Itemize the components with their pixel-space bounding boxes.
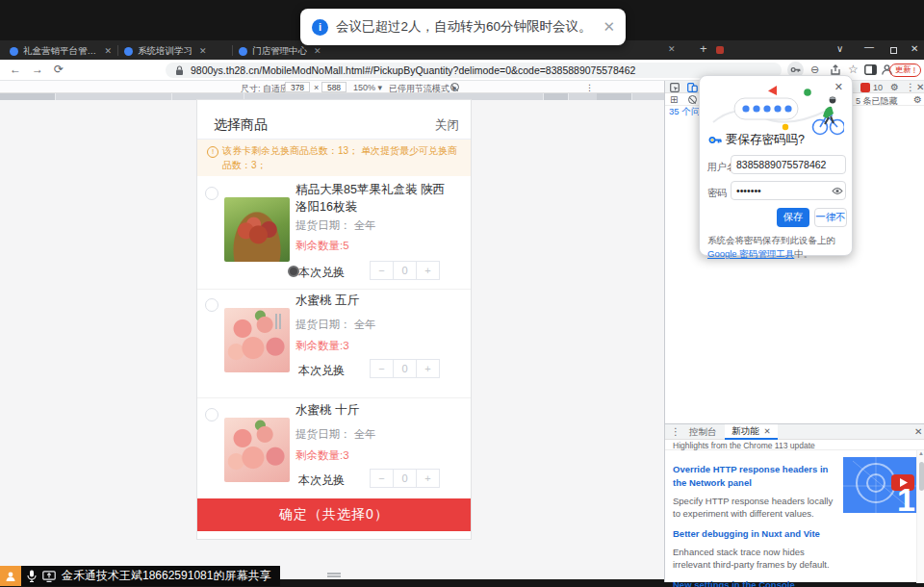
- whats-new-subtitle: Highlights from the Chrome 113 update: [673, 441, 815, 450]
- coupon-notice-text: 该券卡剩余兑换商品总数：13； 单次提货最少可兑换商品数：3；: [222, 144, 463, 172]
- drawer-scrollbar[interactable]: ▲: [916, 450, 924, 583]
- whats-new-item-title[interactable]: New settings in the Console: [673, 578, 838, 587]
- mouse-cursor: [288, 266, 299, 277]
- tab-close-icon[interactable]: ✕: [764, 426, 771, 436]
- drawer-close-icon[interactable]: ✕: [914, 426, 922, 437]
- quantity-value[interactable]: 0: [393, 261, 417, 280]
- window-close-icon[interactable]: ✕: [911, 43, 918, 54]
- ruler-segment: [544, 93, 568, 100]
- devtools-drawer: ⋮ 控制台 新功能 ✕ ✕ Highlights from the Chrome…: [665, 423, 924, 582]
- modal-close-link[interactable]: 关闭: [435, 117, 459, 134]
- devtools-more-icon[interactable]: ⋮: [906, 82, 915, 92]
- devtools-close-icon[interactable]: ✕: [916, 82, 924, 92]
- device-mode-canvas: 选择商品 关闭 ! 该券卡剩余兑换商品总数：13； 单次提货最少可兑换商品数：3…: [0, 100, 664, 579]
- product-radio[interactable]: [205, 187, 218, 200]
- forward-icon[interactable]: →: [32, 63, 43, 76]
- tab-favicon: [124, 47, 133, 56]
- quantity-stepper: − 0 +: [371, 359, 440, 378]
- product-radio[interactable]: [205, 408, 218, 421]
- whats-new-item-body: Enhanced stack trace now hides irrelevan…: [673, 546, 838, 572]
- confirm-button[interactable]: 确定（共选择0）: [197, 498, 471, 531]
- inspect-icon[interactable]: [670, 83, 680, 92]
- dialog-footer: 系统会将密码保存到此设备上的 Google 密码管理工具中。: [707, 234, 846, 261]
- plus-button[interactable]: +: [416, 261, 440, 280]
- reload-icon[interactable]: ⟳: [54, 63, 64, 76]
- viewport-resize-handle-right[interactable]: [275, 314, 281, 329]
- whats-new-item-title[interactable]: Better debugging in Nuxt and Vite: [673, 527, 838, 541]
- device-mode-icon[interactable]: [687, 83, 698, 92]
- window-minimize-icon[interactable]: —: [864, 41, 874, 52]
- save-button[interactable]: 保存: [777, 208, 809, 227]
- browser-tab-1[interactable]: 礼盒营销平台管理中心 ✕: [4, 42, 117, 60]
- warning-icon: !: [207, 146, 218, 158]
- window-maximize-icon[interactable]: [890, 47, 897, 54]
- page-title: 选择商品: [214, 116, 268, 134]
- bookmark-star-icon[interactable]: ☆: [848, 63, 859, 76]
- drawer-more-icon[interactable]: ⋮: [671, 426, 680, 437]
- product-title: 精品大果85苹果礼盒装 陕西洛阳16枚装: [295, 182, 451, 216]
- device-toolbar-more-icon[interactable]: ⋮: [585, 83, 594, 92]
- tab-close-icon[interactable]: ✕: [314, 46, 321, 56]
- minus-button[interactable]: −: [370, 359, 394, 378]
- scrollbar-thumb[interactable]: [919, 462, 924, 491]
- password-field[interactable]: [731, 181, 846, 200]
- plus-button[interactable]: +: [416, 469, 440, 488]
- pinned-tab-favicon[interactable]: [716, 46, 724, 54]
- device-height-input[interactable]: [321, 82, 346, 92]
- plus-button[interactable]: +: [416, 359, 440, 378]
- tab-close-icon[interactable]: ✕: [199, 46, 207, 56]
- scroll-up-icon[interactable]: ▲: [918, 450, 924, 456]
- no-throttle-icon[interactable]: [450, 83, 459, 91]
- device-zoom-select[interactable]: 150% ▾: [353, 83, 382, 92]
- minus-button[interactable]: −: [370, 261, 394, 280]
- tab-title: 门店管理中心: [252, 45, 307, 58]
- quantity-value[interactable]: 0: [393, 359, 417, 378]
- whats-new-video-thumbnail[interactable]: 1: [843, 457, 918, 513]
- screen-share-bar: 金禾通技术王斌18662591081的屏幕共享: [0, 566, 280, 586]
- tab-console[interactable]: 控制台: [682, 424, 724, 440]
- product-title: 水蜜桃 五斤: [295, 293, 451, 310]
- pickup-date: 提货日期： 全年: [295, 427, 376, 442]
- password-illustration: [709, 84, 844, 136]
- never-button[interactable]: 一律不: [814, 208, 847, 227]
- product-image-apple-giftbox: [224, 197, 290, 262]
- whats-new-item-title[interactable]: Override HTTP response headers in the Ne…: [673, 463, 838, 490]
- quantity-value[interactable]: 0: [393, 469, 417, 488]
- new-tab-button[interactable]: +: [700, 41, 707, 56]
- password-manager-link[interactable]: Google 密码管理工具: [707, 248, 794, 259]
- device-width-input[interactable]: [285, 82, 310, 92]
- show-password-eye-icon[interactable]: [832, 187, 843, 195]
- save-password-dialog: ✕ 要保存密码吗? 用户名: [699, 75, 853, 256]
- window-menu-icon[interactable]: ∨: [836, 43, 843, 54]
- back-icon[interactable]: ←: [10, 63, 21, 76]
- browser-tab-2[interactable]: 系统培训学习 ✕: [118, 42, 232, 60]
- console-settings-gear-icon[interactable]: ⚙: [913, 94, 922, 105]
- product-radio[interactable]: [205, 298, 218, 312]
- tab-close-icon[interactable]: ✕: [104, 46, 112, 56]
- banner-close-icon[interactable]: ✕: [603, 18, 616, 36]
- exchange-label: 本次兑换: [298, 472, 345, 489]
- viewport-resize-handle-bottom[interactable]: [327, 573, 341, 577]
- username-field[interactable]: [731, 155, 846, 174]
- url-text[interactable]: 9800ys.th28.cn/MobileModNoMall.html#/Pic…: [191, 64, 635, 76]
- remaining-stock: 剩余数量:5: [295, 239, 349, 253]
- product-title: 水蜜桃 十斤: [295, 402, 451, 420]
- devtools-settings-gear-icon[interactable]: ⚙: [890, 82, 899, 92]
- coupon-notice: ! 该券卡剩余兑换商品总数：13； 单次提货最少可兑换商品数：3；: [197, 140, 471, 176]
- tab-whats-new[interactable]: 新功能 ✕: [725, 424, 778, 440]
- dialog-title: 要保存密码吗?: [726, 132, 805, 148]
- update-alert-badge[interactable]: [860, 83, 870, 92]
- tab-title: 系统培训学习: [138, 45, 192, 58]
- share-bar-body: 金禾通技术王斌18662591081的屏幕共享: [21, 566, 280, 586]
- screen-share-stage: 礼盒营销平台管理中心 ✕ 系统培训学习 ✕ 门店管理中心 ✕ ✕ + ∨ — ✕: [0, 0, 924, 587]
- issues-count-badge[interactable]: 10: [873, 83, 883, 92]
- clear-console-icon[interactable]: [688, 95, 697, 104]
- quantity-stepper: − 0 +: [371, 469, 440, 488]
- side-panel-icon[interactable]: [864, 64, 877, 75]
- exchange-label: 本次兑换: [298, 363, 345, 379]
- chrome-update-button[interactable]: 更新 !: [889, 64, 921, 77]
- minus-button[interactable]: −: [370, 469, 394, 488]
- tab-favicon: [239, 47, 247, 56]
- hidden-tab-close-icon[interactable]: ✕: [668, 44, 676, 54]
- console-sidebar-icon[interactable]: ⊞: [670, 94, 678, 105]
